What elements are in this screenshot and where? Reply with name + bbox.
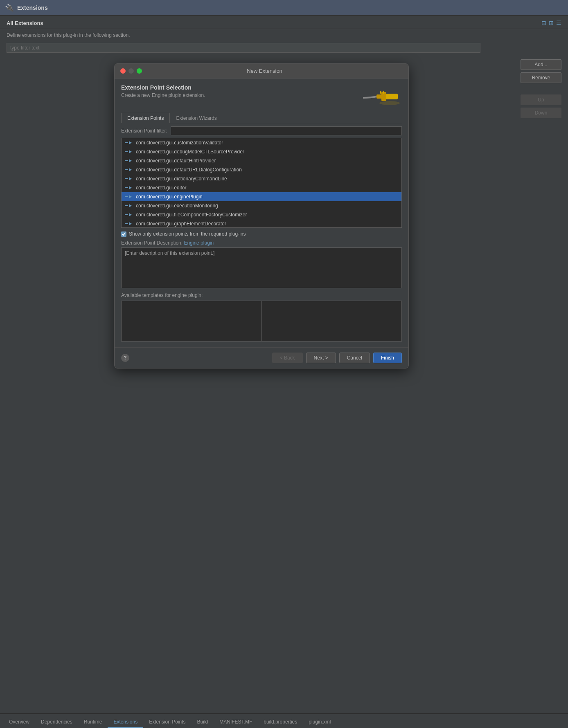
title-bar-text: Extensions xyxy=(17,4,48,11)
bottom-tab-extension-points[interactable]: Extension Points xyxy=(143,717,191,728)
filter-row: Extension Point filter: xyxy=(121,126,402,135)
back-button[interactable]: < Back xyxy=(272,353,303,363)
dialog-section-title: Extension Point Selection xyxy=(121,84,205,91)
bottom-tab-build[interactable]: Build xyxy=(192,717,214,728)
bottom-tab-manifest-mf[interactable]: MANIFEST.MF xyxy=(214,717,258,728)
bottom-tab-runtime[interactable]: Runtime xyxy=(78,717,108,728)
next-button[interactable]: Next > xyxy=(306,353,336,363)
close-button[interactable] xyxy=(120,68,126,74)
list-item[interactable]: com.cloveretl.gui.editor xyxy=(122,183,401,192)
bottom-tab-dependencies[interactable]: Dependencies xyxy=(35,717,78,728)
new-extension-dialog: New Extension Extension Point Selection … xyxy=(114,63,409,368)
content-area: New Extension Extension Point Selection … xyxy=(0,56,568,713)
add-button[interactable]: Add... xyxy=(521,59,561,70)
checkbox-row: Show only extension points from the requ… xyxy=(121,231,402,237)
ep-desc-label: Extension Point Description: Engine plug… xyxy=(121,240,402,246)
list-item[interactable]: com.cloveretl.gui.graphElementDecorator xyxy=(122,219,401,228)
plug-icon xyxy=(359,85,400,108)
maximize-button[interactable] xyxy=(137,68,142,74)
bottom-tab-extensions[interactable]: Extensions xyxy=(108,717,143,728)
dialog-footer: ? < Back Next > Cancel Finish xyxy=(115,347,408,368)
list-item[interactable]: com.cloveretl.gui.dictionaryCommandLine xyxy=(122,174,401,183)
filter-label: Extension Point filter: xyxy=(121,128,167,134)
panel-subtitle: Define extensions for this plug-in in th… xyxy=(0,29,568,41)
svg-point-5 xyxy=(379,101,400,105)
main-content: All Extensions ⊟ ⊞ ☰ Define extensions f… xyxy=(0,16,568,713)
dialog-titlebar: New Extension xyxy=(115,64,408,79)
down-button[interactable]: Down xyxy=(521,108,561,118)
bottom-tab-overview[interactable]: Overview xyxy=(3,717,35,728)
list-icon[interactable]: ☰ xyxy=(556,20,561,26)
collapse-icon[interactable]: ⊟ xyxy=(541,20,546,26)
finish-button[interactable]: Finish xyxy=(373,353,402,363)
panel-title: All Extensions xyxy=(7,20,43,26)
minimize-button[interactable] xyxy=(128,68,134,74)
list-item[interactable]: com.cloveretl.gui.fileComponentFactoryCu… xyxy=(122,210,401,219)
panel-header-icons: ⊟ ⊞ ☰ xyxy=(541,20,561,26)
list-item[interactable]: com.cloveretl.gui.defaultURLDialogConfig… xyxy=(122,165,401,174)
templates-grid xyxy=(121,301,402,342)
list-item[interactable]: com.cloveretl.gui.customizationValidator xyxy=(122,138,401,147)
remove-button[interactable]: Remove xyxy=(521,72,561,83)
bottom-tabs: OverviewDependenciesRuntimeExtensionsExt… xyxy=(0,713,568,728)
svg-rect-3 xyxy=(380,91,381,94)
up-button[interactable]: Up xyxy=(521,94,561,105)
extension-point-filter-input[interactable] xyxy=(171,126,402,135)
dialog-body: Extension Point Selection Create a new E… xyxy=(115,79,408,347)
traffic-lights xyxy=(120,68,142,74)
show-only-label: Show only extension points from the requ… xyxy=(129,231,246,237)
bottom-tab-plugin-xml[interactable]: plugin.xml xyxy=(303,717,336,728)
cancel-button[interactable]: Cancel xyxy=(339,353,370,363)
ep-desc-box: [Enter description of this extension poi… xyxy=(121,247,402,288)
extensions-filter-input[interactable] xyxy=(7,43,480,53)
list-item[interactable]: com.cloveretl.gui.defaultHintProvider xyxy=(122,156,401,165)
panel-header: All Extensions ⊟ ⊞ ☰ xyxy=(0,16,568,29)
templates-label: Available templates for engine plugin: xyxy=(121,292,402,298)
right-buttons: Add... Remove Up Down xyxy=(521,59,561,710)
engine-plugin-link[interactable]: Engine plugin xyxy=(184,240,214,246)
help-button[interactable]: ? xyxy=(121,354,129,362)
template-pane-left[interactable] xyxy=(122,301,262,341)
bottom-tab-build-properties[interactable]: build.properties xyxy=(258,717,303,728)
svg-rect-2 xyxy=(376,94,382,99)
list-item[interactable]: com.cloveretl.gui.debugModelCTLSourcePro… xyxy=(122,147,401,156)
svg-rect-4 xyxy=(383,91,384,94)
dialog-title: New Extension xyxy=(147,68,382,74)
extensions-icon: 🔌 xyxy=(5,3,14,12)
grid-icon[interactable]: ⊞ xyxy=(549,20,554,26)
dialog-tabs: Extension Points Extension Wizards xyxy=(121,113,402,123)
dialog-overlay: New Extension Extension Point Selection … xyxy=(7,59,516,710)
left-panel: New Extension Extension Point Selection … xyxy=(7,59,516,710)
extension-list[interactable]: com.cloveretl.gui.customizationValidator… xyxy=(121,138,402,228)
title-bar: 🔌 Extensions xyxy=(0,0,568,16)
list-item[interactable]: com.cloveretl.gui.enginePlugin xyxy=(122,192,401,201)
list-item[interactable]: com.cloveretl.gui.executionMonitoring xyxy=(122,201,401,210)
tab-extension-points[interactable]: Extension Points xyxy=(121,113,170,123)
show-only-checkbox[interactable] xyxy=(121,231,126,237)
plug-icon-area xyxy=(357,84,402,109)
dialog-section-sub: Create a new Engine plugin extension. xyxy=(121,92,205,98)
tab-extension-wizards[interactable]: Extension Wizards xyxy=(170,113,223,123)
template-pane-right[interactable] xyxy=(262,301,402,341)
